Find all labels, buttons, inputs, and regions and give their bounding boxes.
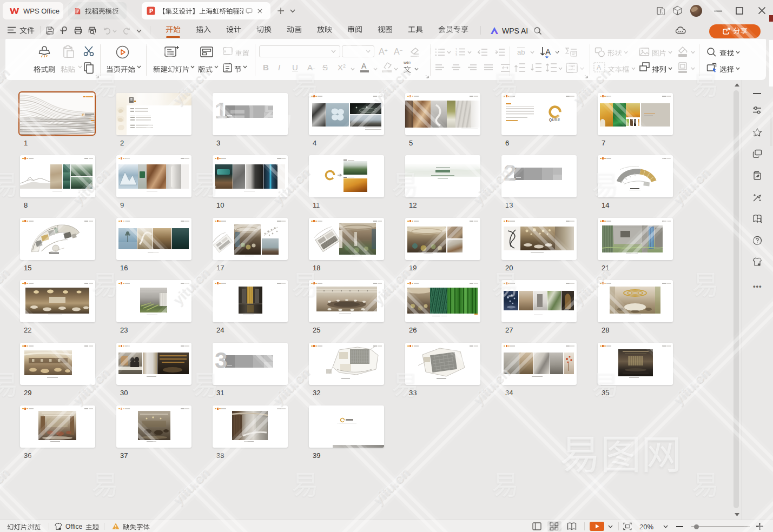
- svg-text:A: A: [597, 64, 601, 71]
- svg-text:A: A: [545, 47, 551, 56]
- svg-text:3: 3: [455, 54, 457, 56]
